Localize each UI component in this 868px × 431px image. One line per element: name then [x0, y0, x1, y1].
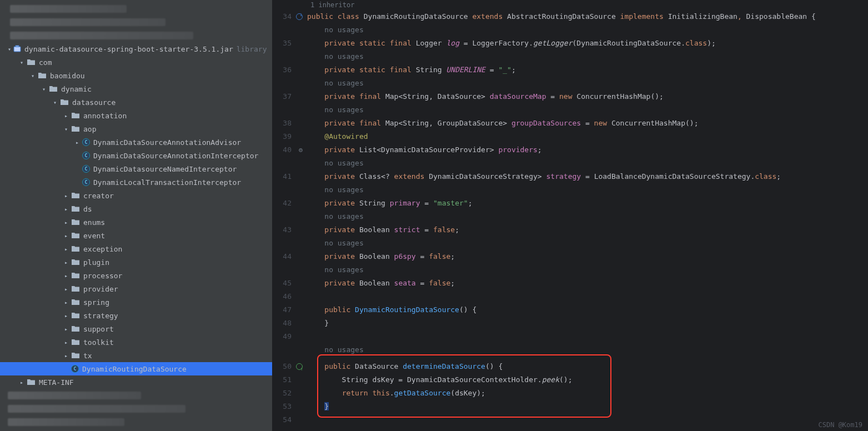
pkg-plugin[interactable]: ▸plugin — [0, 255, 272, 269]
line-number[interactable]: 48 — [273, 317, 303, 330]
pkg-creator[interactable]: ▸creator — [0, 189, 272, 202]
code-line-38[interactable]: private final Map<String, GroupDataSourc… — [307, 117, 868, 130]
expand-arrow-icon[interactable]: ▸ — [63, 193, 69, 198]
expand-arrow-icon[interactable]: ▸ — [63, 273, 69, 278]
code-line-35[interactable]: private static final Logger log = Logger… — [307, 37, 868, 50]
code-line-44[interactable]: private Boolean p6spy = false; — [307, 250, 868, 263]
expand-arrow-icon[interactable]: ▾ — [8, 46, 11, 52]
pkg-aop[interactable]: ▾aop — [0, 122, 272, 136]
code-line-40[interactable]: private List<DynamicDataSourceProvider> … — [307, 143, 868, 157]
code-line-41[interactable]: private Class<? extends DynamicDataSourc… — [307, 170, 868, 183]
pkg-enums[interactable]: ▸enums — [0, 216, 272, 229]
usage-inlay[interactable]: no usages — [324, 26, 363, 34]
line-number[interactable]: 49 — [273, 330, 303, 343]
inlay-line[interactable]: no usages — [307, 103, 868, 117]
cls-annot-interceptor[interactable]: DynamicDataSourceAnnotationInterceptor — [0, 149, 272, 162]
project-tree-sidebar[interactable]: ▾dynamic-datasource-spring-boot-starter-… — [0, 0, 273, 431]
usage-inlay[interactable]: no usages — [324, 159, 363, 167]
inlay-line[interactable]: no usages — [307, 210, 868, 223]
usage-inlay[interactable]: no usages — [324, 186, 363, 194]
pkg-dynamic[interactable]: ▾dynamic — [0, 82, 272, 96]
inlay-line[interactable]: no usages — [307, 50, 868, 63]
expand-arrow-icon[interactable] — [63, 366, 69, 372]
usage-inlay[interactable]: no usages — [324, 52, 363, 61]
override-icon[interactable] — [296, 363, 303, 370]
line-number[interactable]: 52 — [273, 387, 303, 400]
pkg-com[interactable]: ▾com — [0, 56, 272, 69]
code-line-37[interactable]: private final Map<String, DataSource> da… — [307, 90, 868, 103]
code-line-43[interactable]: private Boolean strict = false; — [307, 223, 868, 237]
expand-arrow-icon[interactable] — [74, 153, 80, 158]
line-number[interactable]: 44 — [273, 250, 303, 263]
code-editor[interactable]: 34353637383940⚙4142434445464748495051525… — [273, 0, 868, 431]
expand-arrow-icon[interactable]: ▸ — [63, 339, 69, 345]
code-line-45[interactable]: private Boolean seata = false; — [307, 277, 868, 290]
expand-arrow-icon[interactable]: ▸ — [63, 286, 69, 292]
line-number[interactable]: 37 — [273, 90, 303, 103]
inheritor-hint[interactable]: 1 inheritor — [307, 0, 868, 10]
expand-arrow-icon[interactable]: ▾ — [41, 86, 47, 92]
pkg-strategy[interactable]: ▸strategy — [0, 309, 272, 322]
inlay-line[interactable]: no usages — [307, 343, 868, 357]
expand-arrow-icon[interactable]: ▾ — [30, 73, 36, 78]
line-number[interactable]: 38 — [273, 117, 303, 130]
pkg-processor[interactable]: ▸processor — [0, 269, 272, 282]
inlay-line[interactable]: no usages — [307, 157, 868, 170]
code-line-47[interactable]: public DynamicRoutingDataSource() { — [307, 303, 868, 317]
expand-arrow-icon[interactable] — [74, 166, 80, 172]
line-number[interactable]: 47 — [273, 303, 303, 317]
pkg-support[interactable]: ▸support — [0, 322, 272, 335]
expand-arrow-icon[interactable]: ▾ — [52, 99, 58, 105]
line-number[interactable]: 50 — [273, 360, 303, 373]
code-line-51[interactable]: String dsKey = DynamicDataSourceContextH… — [307, 373, 868, 387]
line-number[interactable]: 41 — [273, 170, 303, 183]
pkg-toolkit[interactable]: ▸toolkit — [0, 335, 272, 349]
pkg-spring[interactable]: ▸spring — [0, 295, 272, 309]
expand-arrow-icon[interactable]: ▸ — [63, 353, 69, 358]
expand-arrow-icon[interactable]: ▸ — [63, 326, 69, 332]
expand-arrow-icon[interactable]: ▸ — [63, 233, 69, 238]
pkg-baomidou[interactable]: ▾baomidou — [0, 69, 272, 82]
line-number[interactable]: 36 — [273, 63, 303, 77]
line-number[interactable]: 42 — [273, 197, 303, 210]
pkg-event[interactable]: ▸event — [0, 229, 272, 242]
line-number[interactable]: 43 — [273, 223, 303, 237]
code-line-42[interactable]: private String primary = "master"; — [307, 197, 868, 210]
expand-arrow-icon[interactable]: ▸ — [63, 259, 69, 265]
pkg-datasource[interactable]: ▾datasource — [0, 96, 272, 109]
bean-icon[interactable]: ⚙ — [299, 143, 303, 157]
usage-inlay[interactable]: no usages — [324, 212, 363, 220]
usage-inlay[interactable]: no usages — [324, 239, 363, 247]
expand-arrow-icon[interactable] — [74, 179, 80, 185]
line-number[interactable]: 40⚙ — [273, 143, 303, 157]
code-line-53[interactable]: } — [307, 400, 868, 413]
cls-advisor[interactable]: ▸DynamicDataSourceAnnotationAdvisor — [0, 136, 272, 149]
expand-arrow-icon[interactable]: ▸ — [63, 299, 69, 305]
inlay-line[interactable]: no usages — [307, 263, 868, 277]
expand-arrow-icon[interactable]: ▸ — [74, 139, 80, 145]
jar-root[interactable]: ▾dynamic-datasource-spring-boot-starter-… — [0, 42, 272, 56]
code-line-52[interactable]: return this.getDataSource(dsKey); — [307, 387, 868, 400]
usage-inlay[interactable]: no usages — [324, 265, 363, 274]
code-line-49[interactable] — [307, 330, 868, 343]
inlay-line[interactable]: no usages — [307, 183, 868, 197]
code-line-48[interactable]: } — [307, 317, 868, 330]
line-number[interactable]: 51 — [273, 373, 303, 387]
code-line-46[interactable] — [307, 290, 868, 303]
usage-inlay[interactable]: no usages — [324, 345, 363, 354]
pkg-provider[interactable]: ▸provider — [0, 282, 272, 295]
expand-arrow-icon[interactable]: ▸ — [63, 113, 69, 118]
line-number[interactable]: 45 — [273, 277, 303, 290]
expand-arrow-icon[interactable]: ▸ — [63, 219, 69, 225]
inlay-line[interactable]: no usages — [307, 23, 868, 37]
code-line-54[interactable] — [307, 413, 868, 427]
expand-arrow-icon[interactable]: ▸ — [63, 206, 69, 212]
code-line-50[interactable]: public DataSource determineDataSource() … — [307, 360, 868, 373]
expand-arrow-icon[interactable]: ▸ — [19, 379, 24, 385]
pkg-annotation[interactable]: ▸annotation — [0, 109, 272, 122]
line-number[interactable]: 53 — [273, 400, 303, 413]
line-number[interactable]: 34 — [273, 10, 303, 23]
line-number[interactable]: 54 — [273, 413, 303, 427]
expand-arrow-icon[interactable]: ▸ — [63, 313, 69, 318]
pkg-exception[interactable]: ▸exception — [0, 242, 272, 255]
